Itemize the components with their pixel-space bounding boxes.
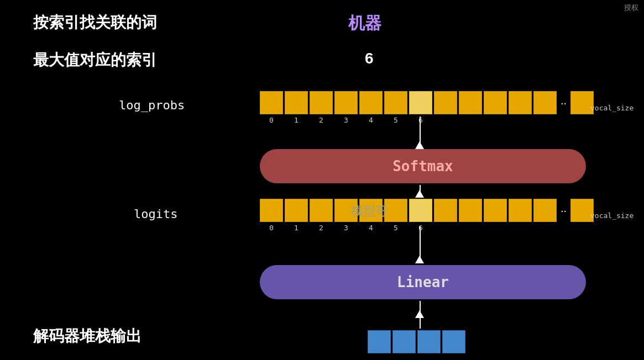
overlay-text: 模型哥 xyxy=(351,203,388,220)
index-0: 0 xyxy=(260,224,283,232)
index-6: 6 xyxy=(409,116,432,124)
tensor-dots: ·· xyxy=(558,97,569,109)
index-4: 4 xyxy=(359,116,383,124)
vocal-size-logprobs: vocal_size xyxy=(590,104,633,112)
index-labels-logits: 0 1 2 3 4 5 6 xyxy=(260,224,432,232)
index-2: 2 xyxy=(310,116,333,124)
tensor-cell xyxy=(434,199,457,222)
linear-box: Linear xyxy=(260,265,586,299)
tensor-cell xyxy=(434,91,457,114)
tensor-logprobs: ·· xyxy=(260,91,594,114)
tensor-cell xyxy=(260,91,283,114)
arrow-softmax-to-logits-head xyxy=(415,190,424,198)
softmax-box: Softmax xyxy=(260,149,586,183)
index-5: 5 xyxy=(384,224,407,232)
tensor-logits: ·· xyxy=(260,199,594,222)
vocal-size-logits: vocal_size xyxy=(590,211,633,220)
tensor-dots: ·· xyxy=(558,204,569,217)
label-maxval: 最大值对应的索引 xyxy=(33,50,157,71)
label-decoder: 解码器堆栈输出 xyxy=(33,326,142,347)
tensor-cell xyxy=(285,199,308,222)
index-3: 3 xyxy=(334,116,358,124)
decoder-cell xyxy=(417,330,441,353)
tensor-cell xyxy=(509,199,532,222)
tensor-cell xyxy=(310,199,333,222)
tensor-cell-highlighted xyxy=(409,199,432,222)
softmax-label: Softmax xyxy=(392,158,453,174)
main-container: 授权 按索引找关联的词 最大值对应的索引 log_probs logits 解码… xyxy=(0,0,644,360)
index-4: 4 xyxy=(359,224,383,232)
decoder-cell xyxy=(368,330,391,353)
label-logits: logits xyxy=(134,207,177,221)
decoder-cells xyxy=(368,330,465,353)
tensor-cell xyxy=(359,91,383,114)
index-6: 6 xyxy=(409,224,432,232)
decoder-cell xyxy=(392,330,416,353)
index-1: 1 xyxy=(285,224,308,232)
tensor-cell xyxy=(533,199,557,222)
tensor-cell xyxy=(509,91,532,114)
index-3: 3 xyxy=(334,224,358,232)
tensor-cell xyxy=(384,199,407,222)
label-search: 按索引找关联的词 xyxy=(33,12,157,33)
tensor-cell xyxy=(533,91,557,114)
index-0: 0 xyxy=(260,116,283,124)
value-index-6: 6 xyxy=(365,50,374,67)
watermark: 授权 xyxy=(624,3,638,13)
linear-label: Linear xyxy=(397,274,449,290)
tensor-cell xyxy=(334,91,358,114)
index-1: 1 xyxy=(285,116,308,124)
label-logprobs: log_probs xyxy=(119,98,185,112)
tensor-cell xyxy=(459,91,482,114)
index-2: 2 xyxy=(310,224,333,232)
tensor-cell xyxy=(260,199,283,222)
arrow-linear-to-decoder-head xyxy=(415,310,424,318)
tensor-cell xyxy=(484,91,507,114)
tensor-cell xyxy=(310,91,333,114)
tensor-cell xyxy=(459,199,482,222)
decoder-cell xyxy=(442,330,465,353)
index-5: 5 xyxy=(384,116,407,124)
tensor-cell xyxy=(285,91,308,114)
index-labels-logprobs: 0 1 2 3 4 5 6 xyxy=(260,116,432,124)
arrow-logprobs-to-softmax-head xyxy=(415,141,424,149)
tensor-cell xyxy=(484,199,507,222)
value-machine: 机器 xyxy=(348,12,381,35)
tensor-cell xyxy=(384,91,407,114)
arrow-logits-to-linear-head xyxy=(415,256,424,263)
tensor-cell-highlighted xyxy=(409,91,432,114)
